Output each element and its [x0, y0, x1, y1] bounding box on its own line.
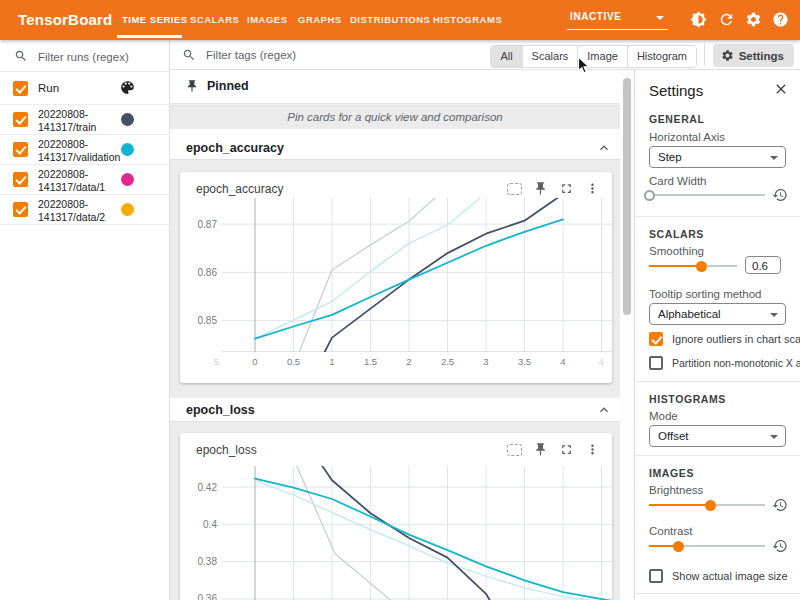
tab-images[interactable]: IMAGES — [247, 0, 287, 40]
show-actual-size-row[interactable]: Show actual image size — [649, 569, 788, 583]
histogram-mode-label: Mode — [649, 410, 678, 422]
restore-icon[interactable] — [772, 187, 788, 203]
brightness-slider[interactable] — [649, 499, 765, 511]
kebab-icon[interactable] — [585, 181, 600, 196]
contrast-label: Contrast — [649, 525, 692, 537]
caret-down-icon — [770, 435, 778, 439]
runs-filter-input[interactable] — [36, 46, 160, 68]
restore-icon[interactable] — [772, 497, 788, 513]
settings-panel-title: Settings — [649, 82, 703, 99]
close-icon[interactable] — [773, 81, 789, 97]
filter-all-button[interactable]: All — [491, 46, 522, 67]
svg-text:2.5: 2.5 — [441, 356, 454, 367]
tab-distributions[interactable]: DISTRIBUTIONS — [350, 0, 430, 40]
divider — [635, 593, 800, 594]
search-icon — [182, 48, 196, 62]
tooltip-sorting-select[interactable]: Alphabetical — [649, 303, 786, 325]
run-color-dot — [121, 143, 134, 156]
ignore-outliers-checkbox[interactable] — [649, 332, 663, 346]
reload-status-select[interactable]: INACTIVE — [567, 8, 668, 30]
runs-header-row[interactable]: Run — [0, 72, 169, 105]
pin-icon[interactable] — [533, 442, 548, 457]
contrast-slider[interactable] — [649, 540, 765, 552]
card-width-slider[interactable] — [649, 189, 765, 201]
tab-scalars[interactable]: SCALARS — [190, 0, 239, 40]
svg-text:2: 2 — [406, 356, 411, 367]
kebab-icon[interactable] — [585, 442, 600, 457]
tab-histograms[interactable]: HISTOGRAMS — [433, 0, 502, 40]
brightness-label: Brightness — [649, 484, 703, 496]
run-row-validation[interactable]: 20220808-141317/validation — [0, 135, 169, 165]
scrollbar-thumb[interactable] — [623, 78, 631, 315]
filter-histogram-button[interactable]: Histogram — [628, 46, 696, 67]
dashed-box-icon[interactable] — [507, 183, 522, 195]
pin-icon[interactable] — [533, 181, 548, 196]
tab-time-series[interactable]: TIME SERIES — [122, 0, 188, 40]
epoch-loss-chart[interactable]: 0.360.380.40.42 — [180, 433, 612, 600]
histogram-mode-select[interactable]: Offset — [649, 425, 786, 447]
runs-header-label: Run — [38, 82, 122, 95]
run-checkbox-data1[interactable] — [13, 172, 28, 187]
epoch-accuracy-card: epoch_accuracy 0.850.860.87500.511.522.5… — [180, 172, 612, 383]
run-row-data2[interactable]: 20220808-141317/data/2 — [0, 195, 169, 225]
smoothing-slider[interactable] — [649, 260, 737, 272]
epoch-accuracy-chart[interactable]: 0.850.860.87500.511.522.533.544 — [180, 172, 612, 383]
cards-scroll-area: Pinned Pin cards for a quick view and co… — [170, 70, 620, 600]
partition-x-axis-checkbox[interactable] — [649, 356, 663, 370]
loss-card-zone: epoch_loss 0.360.380.40.42 — [170, 422, 620, 600]
ignore-outliers-row[interactable]: Ignore outliers in chart scaling — [649, 332, 800, 346]
runs-filter — [0, 40, 169, 72]
svg-text:0.87: 0.87 — [198, 219, 218, 230]
scalars-section-header: SCALARS — [649, 228, 704, 240]
pinned-section-header: Pinned — [170, 70, 620, 103]
run-select-all-checkbox[interactable] — [13, 81, 28, 96]
horizontal-axis-select[interactable]: Step — [649, 146, 786, 168]
search-icon — [14, 49, 28, 63]
show-actual-size-checkbox[interactable] — [649, 569, 663, 583]
svg-text:3.5: 3.5 — [518, 356, 531, 367]
help-icon[interactable] — [772, 11, 789, 28]
section-header-epoch-accuracy[interactable]: epoch_accuracy — [170, 136, 620, 160]
tab-graphs[interactable]: GRAPHS — [298, 0, 342, 40]
run-checkbox-validation[interactable] — [13, 142, 28, 157]
toolbar-divider — [704, 44, 705, 66]
filter-image-button[interactable]: Image — [578, 46, 628, 67]
svg-text:0.38: 0.38 — [198, 556, 218, 567]
run-checkbox-data2[interactable] — [13, 202, 28, 217]
dashed-box-icon[interactable] — [507, 444, 522, 456]
tags-toolbar: All Scalars Image Histogram Settings — [170, 40, 800, 70]
card-title: epoch_loss — [196, 443, 257, 457]
restore-icon[interactable] — [772, 538, 788, 554]
brightness-icon[interactable] — [690, 11, 707, 28]
filter-scalars-button[interactable]: Scalars — [523, 46, 579, 67]
run-checkbox-train[interactable] — [13, 112, 28, 127]
settings-panel: Settings GENERAL Horizontal Axis Step Ca… — [634, 70, 800, 600]
partition-x-axis-row[interactable]: Partition non-monotonic X axis ? — [649, 356, 800, 370]
refresh-icon[interactable] — [718, 11, 735, 28]
smoothing-value-input[interactable]: 0.6 — [745, 256, 781, 274]
gear-icon[interactable] — [745, 11, 762, 28]
run-color-dot — [121, 203, 134, 216]
svg-text:5: 5 — [214, 356, 219, 367]
chevron-up-icon[interactable] — [596, 402, 612, 418]
settings-button[interactable]: Settings — [713, 44, 794, 67]
gear-icon — [721, 49, 734, 62]
active-tab-indicator — [117, 35, 182, 38]
app-logo: TensorBoard — [18, 0, 112, 40]
svg-text:1: 1 — [329, 356, 334, 367]
fullscreen-icon[interactable] — [559, 442, 574, 457]
svg-text:0: 0 — [252, 356, 257, 367]
palette-icon[interactable] — [119, 79, 136, 96]
epoch-loss-card: epoch_loss 0.360.380.40.42 — [180, 433, 612, 600]
run-row-train[interactable]: 20220808-141317/train — [0, 105, 169, 135]
svg-text:3: 3 — [483, 356, 488, 367]
app-header: TensorBoard TIME SERIES SCALARS IMAGES G… — [0, 0, 800, 40]
run-row-data1[interactable]: 20220808-141317/data/1 — [0, 165, 169, 195]
tags-filter-input[interactable] — [204, 44, 448, 66]
card-actions — [507, 181, 600, 196]
chevron-up-icon[interactable] — [596, 140, 612, 156]
card-width-label: Card Width — [649, 175, 707, 187]
fullscreen-icon[interactable] — [559, 181, 574, 196]
pinned-title: Pinned — [207, 79, 249, 93]
section-header-epoch-loss[interactable]: epoch_loss — [170, 398, 620, 422]
